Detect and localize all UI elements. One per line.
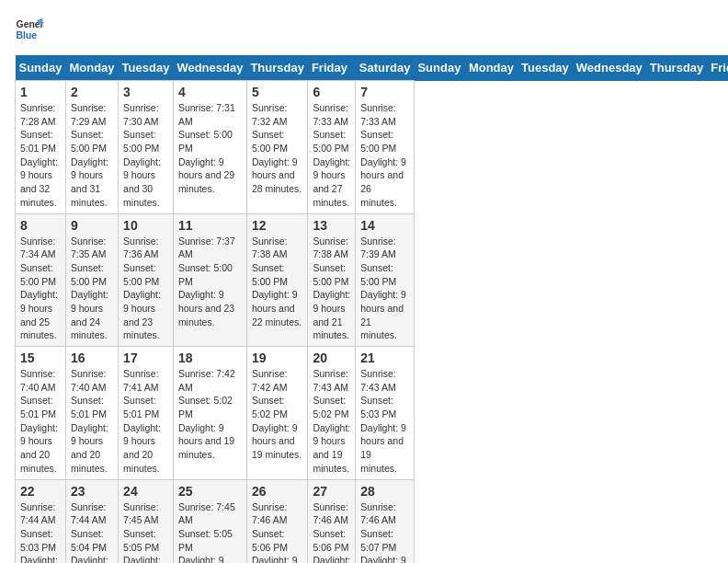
- day-cell: 3 Sunrise: 7:30 AM Sunset: 5:00 PM Dayli…: [119, 81, 174, 214]
- day-cell: 23 Sunrise: 7:44 AM Sunset: 5:04 PM Dayl…: [65, 479, 118, 563]
- day-cell: 28 Sunrise: 7:46 AM Sunset: 5:07 PM Dayl…: [356, 479, 415, 563]
- logo-icon: General Blue: [15, 15, 44, 44]
- day-number: 7: [360, 85, 409, 99]
- col-header-tuesday: Tuesday: [518, 55, 573, 81]
- day-number: 14: [360, 218, 409, 233]
- day-info: Sunrise: 7:32 AM Sunset: 5:00 PM Dayligh…: [252, 101, 303, 196]
- day-number: 21: [360, 350, 409, 365]
- day-number: 24: [123, 484, 168, 499]
- day-cell: 18 Sunrise: 7:42 AM Sunset: 5:02 PM Dayl…: [173, 347, 246, 480]
- day-number: 28: [360, 484, 409, 499]
- col-header-saturday: Saturday: [356, 55, 415, 81]
- day-cell: 6 Sunrise: 7:33 AM Sunset: 5:00 PM Dayli…: [308, 81, 356, 214]
- week-row-4: 22 Sunrise: 7:44 AM Sunset: 5:03 PM Dayl…: [16, 479, 729, 563]
- col-header-wednesday: Wednesday: [573, 55, 646, 81]
- week-row-1: 1 Sunrise: 7:28 AM Sunset: 5:01 PM Dayli…: [16, 81, 729, 214]
- day-cell: 5 Sunrise: 7:32 AM Sunset: 5:00 PM Dayli…: [246, 81, 308, 214]
- day-number: 13: [313, 218, 350, 233]
- day-info: Sunrise: 7:45 AM Sunset: 5:05 PM Dayligh…: [178, 500, 242, 564]
- day-cell: 10 Sunrise: 7:36 AM Sunset: 5:00 PM Dayl…: [119, 213, 174, 347]
- day-info: Sunrise: 7:28 AM Sunset: 5:01 PM Dayligh…: [20, 101, 61, 210]
- day-info: Sunrise: 7:36 AM Sunset: 5:00 PM Dayligh…: [123, 235, 168, 343]
- day-cell: 17 Sunrise: 7:41 AM Sunset: 5:01 PM Dayl…: [119, 347, 174, 480]
- day-info: Sunrise: 7:46 AM Sunset: 5:06 PM Dayligh…: [313, 500, 350, 564]
- day-number: 27: [313, 484, 350, 499]
- day-info: Sunrise: 7:39 AM Sunset: 5:00 PM Dayligh…: [360, 235, 409, 343]
- day-info: Sunrise: 7:34 AM Sunset: 5:00 PM Dayligh…: [20, 235, 61, 343]
- day-info: Sunrise: 7:33 AM Sunset: 5:00 PM Dayligh…: [313, 101, 350, 210]
- day-cell: 9 Sunrise: 7:35 AM Sunset: 5:00 PM Dayli…: [65, 213, 118, 347]
- day-info: Sunrise: 7:37 AM Sunset: 5:00 PM Dayligh…: [178, 235, 242, 329]
- day-cell: 15 Sunrise: 7:40 AM Sunset: 5:01 PM Dayl…: [16, 347, 66, 480]
- day-number: 12: [252, 218, 303, 233]
- day-info: Sunrise: 7:33 AM Sunset: 5:00 PM Dayligh…: [360, 101, 409, 210]
- day-number: 6: [313, 85, 350, 99]
- day-info: Sunrise: 7:40 AM Sunset: 5:01 PM Dayligh…: [20, 367, 61, 476]
- day-info: Sunrise: 7:41 AM Sunset: 5:01 PM Dayligh…: [123, 367, 168, 476]
- day-cell: 22 Sunrise: 7:44 AM Sunset: 5:03 PM Dayl…: [16, 479, 66, 563]
- col-header-sunday: Sunday: [414, 55, 464, 81]
- day-number: 9: [71, 218, 113, 233]
- day-number: 11: [178, 218, 242, 233]
- day-number: 5: [252, 85, 303, 99]
- day-cell: 21 Sunrise: 7:43 AM Sunset: 5:03 PM Dayl…: [356, 347, 415, 480]
- week-row-2: 8 Sunrise: 7:34 AM Sunset: 5:00 PM Dayli…: [16, 213, 729, 347]
- day-info: Sunrise: 7:44 AM Sunset: 5:04 PM Dayligh…: [71, 500, 113, 564]
- day-number: 1: [20, 85, 61, 99]
- day-number: 17: [123, 350, 168, 365]
- day-info: Sunrise: 7:31 AM Sunset: 5:00 PM Dayligh…: [178, 101, 242, 196]
- day-info: Sunrise: 7:38 AM Sunset: 5:00 PM Dayligh…: [313, 235, 350, 343]
- day-cell: 16 Sunrise: 7:40 AM Sunset: 5:01 PM Dayl…: [65, 347, 118, 480]
- day-info: Sunrise: 7:29 AM Sunset: 5:00 PM Dayligh…: [71, 101, 113, 210]
- day-cell: 12 Sunrise: 7:38 AM Sunset: 5:00 PM Dayl…: [246, 213, 308, 347]
- col-header-thursday: Thursday: [646, 55, 708, 81]
- day-info: Sunrise: 7:42 AM Sunset: 5:02 PM Dayligh…: [178, 367, 242, 462]
- page-header: General Blue: [15, 15, 713, 44]
- col-header-friday: Friday: [308, 55, 356, 81]
- day-info: Sunrise: 7:46 AM Sunset: 5:07 PM Dayligh…: [360, 500, 409, 564]
- day-number: 19: [252, 350, 303, 365]
- day-info: Sunrise: 7:42 AM Sunset: 5:02 PM Dayligh…: [252, 367, 303, 462]
- day-number: 23: [71, 484, 113, 499]
- day-info: Sunrise: 7:40 AM Sunset: 5:01 PM Dayligh…: [71, 367, 113, 476]
- calendar-table: SundayMondayTuesdayWednesdayThursdayFrid…: [15, 55, 728, 563]
- col-header-monday: Monday: [65, 55, 118, 81]
- day-cell: 27 Sunrise: 7:46 AM Sunset: 5:06 PM Dayl…: [308, 479, 356, 563]
- day-number: 16: [71, 350, 113, 365]
- day-info: Sunrise: 7:45 AM Sunset: 5:05 PM Dayligh…: [123, 500, 168, 564]
- col-header-sunday: Sunday: [16, 55, 66, 81]
- day-info: Sunrise: 7:38 AM Sunset: 5:00 PM Dayligh…: [252, 235, 303, 329]
- day-number: 18: [178, 350, 242, 365]
- day-cell: 1 Sunrise: 7:28 AM Sunset: 5:01 PM Dayli…: [16, 81, 66, 214]
- svg-text:Blue: Blue: [17, 30, 38, 40]
- day-info: Sunrise: 7:35 AM Sunset: 5:00 PM Dayligh…: [71, 235, 113, 343]
- week-row-3: 15 Sunrise: 7:40 AM Sunset: 5:01 PM Dayl…: [16, 347, 729, 480]
- col-header-tuesday: Tuesday: [119, 55, 174, 81]
- logo: General Blue: [15, 15, 44, 44]
- day-info: Sunrise: 7:43 AM Sunset: 5:03 PM Dayligh…: [360, 367, 409, 476]
- col-header-thursday: Thursday: [246, 55, 308, 81]
- day-cell: 8 Sunrise: 7:34 AM Sunset: 5:00 PM Dayli…: [16, 213, 66, 347]
- day-cell: 19 Sunrise: 7:42 AM Sunset: 5:02 PM Dayl…: [246, 347, 308, 480]
- day-cell: 7 Sunrise: 7:33 AM Sunset: 5:00 PM Dayli…: [356, 81, 415, 214]
- day-cell: 4 Sunrise: 7:31 AM Sunset: 5:00 PM Dayli…: [173, 81, 246, 214]
- day-info: Sunrise: 7:30 AM Sunset: 5:00 PM Dayligh…: [123, 101, 168, 210]
- day-cell: 11 Sunrise: 7:37 AM Sunset: 5:00 PM Dayl…: [173, 213, 246, 347]
- day-cell: 24 Sunrise: 7:45 AM Sunset: 5:05 PM Dayl…: [119, 479, 174, 563]
- day-number: 25: [178, 484, 242, 499]
- header-row: SundayMondayTuesdayWednesdayThursdayFrid…: [16, 55, 729, 81]
- day-info: Sunrise: 7:46 AM Sunset: 5:06 PM Dayligh…: [252, 500, 303, 564]
- day-number: 20: [313, 350, 350, 365]
- day-number: 10: [123, 218, 168, 233]
- day-info: Sunrise: 7:44 AM Sunset: 5:03 PM Dayligh…: [20, 500, 61, 564]
- day-cell: 13 Sunrise: 7:38 AM Sunset: 5:00 PM Dayl…: [308, 213, 356, 347]
- day-number: 4: [178, 85, 242, 99]
- col-header-wednesday: Wednesday: [173, 55, 246, 81]
- day-number: 22: [20, 484, 61, 499]
- day-cell: 20 Sunrise: 7:43 AM Sunset: 5:02 PM Dayl…: [308, 347, 356, 480]
- day-number: 3: [123, 85, 168, 99]
- day-number: 26: [252, 484, 303, 499]
- day-cell: 26 Sunrise: 7:46 AM Sunset: 5:06 PM Dayl…: [246, 479, 308, 563]
- day-number: 8: [20, 218, 61, 233]
- day-info: Sunrise: 7:43 AM Sunset: 5:02 PM Dayligh…: [313, 367, 350, 476]
